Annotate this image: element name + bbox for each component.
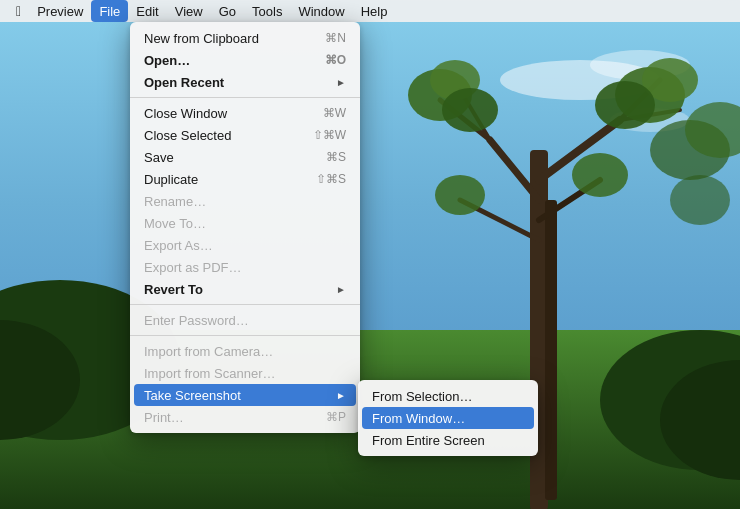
shortcut-duplicate: ⇧⌘S	[316, 172, 346, 186]
menubar-preview[interactable]: Preview	[29, 0, 91, 22]
menu-item-open-recent[interactable]: Open Recent ►	[130, 71, 360, 93]
menubar-help[interactable]: Help	[353, 0, 396, 22]
separator-1	[130, 97, 360, 98]
submenu-item-from-entire-screen[interactable]: From Entire Screen	[358, 429, 538, 451]
menu-item-rename[interactable]: Rename…	[130, 190, 360, 212]
shortcut-open: ⌘O	[325, 53, 346, 67]
submenu-item-from-selection[interactable]: From Selection…	[358, 385, 538, 407]
submenu-arrow-screenshot: ►	[336, 390, 346, 401]
menu-item-take-screenshot[interactable]: Take Screenshot ►	[134, 384, 356, 406]
menubar-file[interactable]: File	[91, 0, 128, 22]
menu-item-move-to[interactable]: Move To…	[130, 212, 360, 234]
submenu-item-from-window[interactable]: From Window…	[362, 407, 534, 429]
menu-item-save[interactable]: Save ⌘S	[130, 146, 360, 168]
menubar-go[interactable]: Go	[211, 0, 244, 22]
menu-item-close-selected[interactable]: Close Selected ⇧⌘W	[130, 124, 360, 146]
menu-item-import-camera[interactable]: Import from Camera…	[130, 340, 360, 362]
svg-point-27	[670, 175, 730, 225]
menu-item-duplicate[interactable]: Duplicate ⇧⌘S	[130, 168, 360, 190]
menu-item-import-scanner[interactable]: Import from Scanner…	[130, 362, 360, 384]
menu-item-new-from-clipboard[interactable]: New from Clipboard ⌘N	[130, 27, 360, 49]
menu-item-export-as-pdf[interactable]: Export as PDF…	[130, 256, 360, 278]
file-menu: New from Clipboard ⌘N Open… ⌘O Open Rece…	[130, 22, 360, 433]
submenu-arrow-open-recent: ►	[336, 77, 346, 88]
svg-point-19	[595, 81, 655, 129]
menubar:  Preview File Edit View Go Tools Window…	[0, 0, 740, 22]
menu-item-open[interactable]: Open… ⌘O	[130, 49, 360, 71]
menu-item-enter-password[interactable]: Enter Password…	[130, 309, 360, 331]
shortcut-close-selected: ⇧⌘W	[313, 128, 346, 142]
svg-point-24	[435, 175, 485, 215]
menubar-tools[interactable]: Tools	[244, 0, 290, 22]
svg-point-22	[442, 88, 498, 132]
menu-item-print[interactable]: Print… ⌘P	[130, 406, 360, 428]
shortcut-new: ⌘N	[325, 31, 346, 45]
shortcut-print: ⌘P	[326, 410, 346, 424]
menu-item-export-as[interactable]: Export As…	[130, 234, 360, 256]
menu-item-revert-to[interactable]: Revert To ►	[130, 278, 360, 300]
separator-3	[130, 335, 360, 336]
submenu-arrow-revert: ►	[336, 284, 346, 295]
menu-item-close-window[interactable]: Close Window ⌘W	[130, 102, 360, 124]
separator-2	[130, 304, 360, 305]
menubar-view[interactable]: View	[167, 0, 211, 22]
svg-rect-8	[545, 200, 557, 500]
menubar-window[interactable]: Window	[290, 0, 352, 22]
shortcut-save: ⌘S	[326, 150, 346, 164]
screenshot-submenu: From Selection… From Window… From Entire…	[358, 380, 538, 456]
svg-point-23	[572, 153, 628, 197]
menubar-edit[interactable]: Edit	[128, 0, 166, 22]
apple-logo[interactable]: 	[8, 3, 29, 19]
shortcut-close-window: ⌘W	[323, 106, 346, 120]
